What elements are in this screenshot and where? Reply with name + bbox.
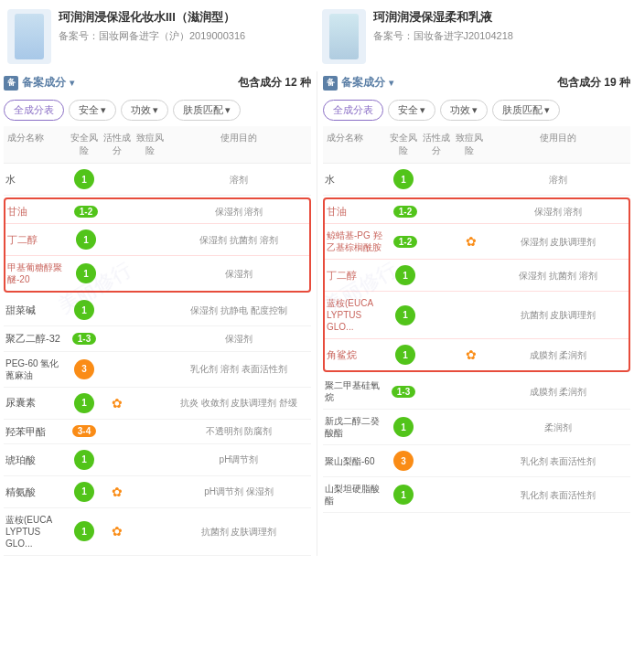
ingredient-acne [453,178,486,180]
ingredient-usage: 不透明剂 防腐剂 [167,424,311,438]
ingredient-active [422,315,455,316]
filter-safe-left[interactable]: 安全 ▾ [69,100,116,121]
count-right: 包含成分 19 种 [557,75,630,91]
ingredient-name: 蓝桉(EUCA LYPTUS GLO... [4,513,68,550]
table-row: 聚乙二醇-32 1-3 保湿剂 [4,326,311,351]
ingredient-usage: 保湿剂 溶剂 [168,205,309,219]
ingredient-acne [455,274,488,276]
table-row: 新戊二醇二癸酸酯 1 柔润剂 [323,410,630,445]
ingredient-acne [453,494,486,496]
ingredient-name: 丁二醇 [5,232,70,247]
th-safe-right: 安全风险 [387,130,420,159]
ingredient-name: 甘油 [5,204,70,219]
th-usage-right: 使用目的 [486,130,630,159]
ingredient-acne [135,210,168,212]
filing-icon-right: 备 [323,76,338,91]
ingredient-safe: 1 [387,484,420,506]
ingredient-acne [134,368,167,370]
table-row: 聚二甲基硅氧烷 1-3 成膜剂 柔润剂 [323,374,630,410]
filing-badge-right[interactable]: 备 备案成分 ▾ [323,75,393,91]
count-left: 包含成分 12 种 [238,75,311,91]
th-usage-left: 使用目的 [167,130,311,159]
table-row: 甜菜碱 1 保湿剂 抗静电 配度控制 [4,294,311,326]
table-row: 水 1 溶剂 [323,164,630,196]
ingredient-name: 鲸蜡基-PG 羟乙基棕榈酰胺 [325,229,389,254]
th-name-right: 成分名称 [323,130,387,159]
ingredient-safe: 1 [389,344,422,366]
ingredient-active [420,460,453,462]
ingredient-safe: 1 [70,262,102,284]
ingredient-active: ✿ [101,395,134,411]
filter-skin-right[interactable]: 肤质匹配 ▾ [492,100,560,121]
panel-right-header: 备 备案成分 ▾ 包含成分 19 种 [323,71,630,94]
ingredient-acne [134,530,167,532]
ingredient-usage: 溶剂 [486,173,630,187]
ingredient-active [422,210,455,212]
ingredient-usage: pH调节剂 保湿剂 [167,485,311,498]
product-left-name: 珂润润浸保湿化妆水III（滋润型） [59,9,313,26]
ingredient-acne [134,309,167,311]
ingredient-active [420,178,453,180]
ingredient-usage: 保湿剂 皮肤调理剂 [488,235,629,249]
ingredient-safe: 1-3 [387,385,420,399]
table-row: 琥珀酸 1 pH调节剂 [4,444,311,476]
ingredient-name: 蓝桉(EUCA LYPTUS GLO... [325,296,389,334]
filter-bar-left: 全成分表 安全 ▾ 功效 ▾ 肤质匹配 ▾ [4,100,311,121]
ingredient-acne [455,315,488,316]
ingredient-usage: 溶剂 [167,173,311,187]
ingredient-safe: 1 [389,304,422,326]
panel-divider [317,71,317,556]
ingredient-usage: 抗菌剂 皮肤调理剂 [488,308,629,322]
ingredient-acne: ✿ [455,347,488,363]
ingredient-usage: pH调节剂 [167,453,311,466]
filter-effect-left[interactable]: 功效 ▾ [121,100,168,121]
filter-all-left[interactable]: 全成分表 [4,100,64,121]
table-body-right: 水 1 溶剂 甘油 1-2 保湿剂 溶剂 鲸蜡 [323,164,630,513]
filter-skin-left[interactable]: 肤质匹配 ▾ [173,100,241,121]
ingredient-group-right: 甘油 1-2 保湿剂 溶剂 鲸蜡基-PG 羟乙基棕榈酰胺 1-2 ✿ 保湿剂 皮… [323,197,630,372]
ingredient-safe: 1-2 [389,205,422,219]
ingredient-safe: 3-4 [68,424,101,438]
ingredient-safe: 1-2 [389,235,422,249]
ingredient-usage: 保湿剂 [168,267,309,281]
ingredient-usage: 保湿剂 溶剂 [488,205,629,219]
ingredient-usage: 保湿剂 抗菌剂 溶剂 [488,269,629,283]
table-header-left: 成分名称 安全风险 活性成分 致痘风险 使用目的 [4,126,311,164]
ingredient-acne [134,402,167,404]
ingredient-active [102,272,135,274]
ingredient-safe: 1-3 [68,332,101,346]
ingredient-safe: 1 [68,299,101,321]
table-row: 丁二醇 1 保湿剂 抗菌剂 溶剂 [325,260,629,292]
ingredient-safe: 1 [68,392,101,414]
filter-effect-right[interactable]: 功效 ▾ [440,100,488,121]
table-row: 山梨坦硬脂酸酯 1 乳化剂 表面活性剂 [323,477,630,513]
ingredient-usage: 乳化剂 表面活性剂 [486,454,630,468]
filing-label-right: 备案成分 [341,75,385,91]
ingredient-acne: ✿ [455,233,488,250]
filter-bar-right: 全成分表 安全 ▾ 功效 ▾ 肤质匹配 ▾ [323,100,630,121]
table-row: 角鲨烷 1 ✿ 成膜剂 柔润剂 [325,339,629,370]
table-row: 甘油 1-2 保湿剂 溶剂 [325,199,629,224]
ingredient-acne [134,491,167,493]
table-row: 甘油 1-2 保湿剂 溶剂 [5,199,309,224]
ingredient-safe: 3 [68,358,101,380]
ingredient-name: 丁二醇 [325,268,389,283]
panel-left-header: 备 备案成分 ▾ 包含成分 12 种 [4,71,311,94]
product-left-info: 珂润润浸保湿化妆水III（滋润型） 备案号：国妆网备进字（沪）201900031… [59,9,313,43]
table-row: 丁二醇 1 保湿剂 抗菌剂 溶剂 [5,224,309,256]
ingredient-safe: 3 [387,450,420,472]
filter-safe-right[interactable]: 安全 ▾ [388,100,435,121]
table-row: 鲸蜡基-PG 羟乙基棕榈酰胺 1-2 ✿ 保湿剂 皮肤调理剂 [325,224,629,260]
ingredient-usage: 成膜剂 柔润剂 [486,385,630,399]
ingredient-active [101,368,134,370]
ingredient-active [422,354,455,356]
ingredient-usage: 抗菌剂 皮肤调理剂 [167,525,311,539]
filing-badge-left[interactable]: 备 备案成分 ▾ [4,75,74,91]
filing-label-left: 备案成分 [22,75,66,91]
filter-all-right[interactable]: 全成分表 [323,100,383,121]
ingredient-name: 精氨酸 [4,485,68,499]
ingredient-name: 聚二甲基硅氧烷 [323,379,387,404]
filing-icon-left: 备 [4,76,18,91]
product-left: 珂润润浸保湿化妆水III（滋润型） 备案号：国妆网备进字（沪）201900031… [7,9,313,64]
dropdown-arrow-right: ▾ [389,78,393,88]
